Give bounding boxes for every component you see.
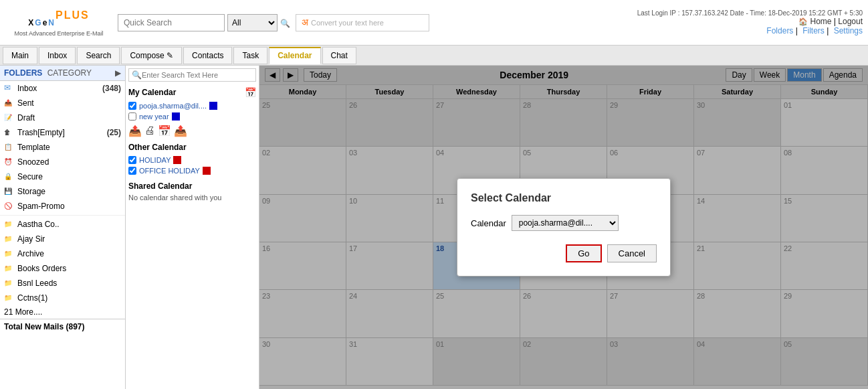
- top-right: Last Login IP : 157.37.163.242 Date - Ti…: [637, 9, 863, 35]
- my-calendar-title: My Calendar 📅: [128, 87, 256, 98]
- modal-overlay: Select Calendar Calendar pooja.sharma@di…: [259, 66, 868, 389]
- cal-action-export[interactable]: 📤: [174, 125, 187, 137]
- sidebar-item-sent[interactable]: Sent: [0, 96, 125, 110]
- sidebar-label-spam: Spam-Promo: [17, 202, 121, 211]
- other-calendar-title: Other Calendar: [128, 143, 256, 152]
- tabs-bar: Main Inbox Search Compose ✎ Contacts Tas…: [0, 46, 868, 66]
- sidebar-item-archive[interactable]: Archive: [0, 246, 125, 261]
- calendar-search-box[interactable]: 🔍: [128, 68, 256, 82]
- logout-link[interactable]: Logout: [838, 17, 863, 26]
- tab-inbox[interactable]: Inbox: [39, 47, 76, 64]
- search-input[interactable]: [118, 14, 225, 31]
- folder-icon-ajay: [4, 234, 15, 244]
- top-right-links: 🏠 Home | Logout: [637, 17, 863, 26]
- secure-icon: [4, 171, 15, 182]
- sidebar-category-label: CATEGORY: [47, 68, 92, 78]
- sidebar-item-snoozed[interactable]: Snoozed: [0, 155, 125, 169]
- sidebar-item-books[interactable]: Books Orders: [0, 261, 125, 276]
- snooze-icon: [4, 157, 15, 167]
- translate-area[interactable]: Convert your text here: [296, 14, 429, 31]
- sidebar-item-inbox[interactable]: Inbox (348): [0, 81, 125, 96]
- trash-icon: [4, 127, 15, 138]
- sidebar-item-secure[interactable]: Secure: [0, 169, 125, 184]
- storage-icon: [4, 186, 15, 197]
- tab-search[interactable]: Search: [77, 47, 120, 64]
- calendar-actions: 📤 🖨 📅 📤: [128, 122, 256, 140]
- cal-color-office-holiday: [203, 167, 211, 175]
- modal-calendar-label: Calendar: [471, 218, 506, 228]
- cal-action-add[interactable]: 📅: [158, 125, 171, 137]
- sidebar-folders-label: FOLDERS: [4, 68, 42, 78]
- sidebar-item-trash[interactable]: Trash[Empty] (25): [0, 125, 125, 140]
- cal-color-pooja: [209, 102, 217, 110]
- sidebar-item-bsnl[interactable]: Bsnl Leeds: [0, 276, 125, 291]
- cal-link-newyear[interactable]: new year: [139, 112, 169, 121]
- sidebar-total-new: Total New Mails (897): [0, 319, 125, 334]
- folder-icon-bsnl: [4, 278, 15, 289]
- no-shared-calendar: No calendar shared with you: [128, 193, 256, 202]
- tab-task[interactable]: Task: [233, 47, 267, 64]
- home-link[interactable]: Home: [810, 17, 831, 26]
- cal-action-print[interactable]: 🖨: [144, 125, 155, 137]
- sidebar-item-template[interactable]: Template: [0, 140, 125, 155]
- cal-checkbox-pooja[interactable]: [128, 102, 136, 110]
- sidebar-label-sent: Sent: [17, 98, 121, 108]
- tab-contacts[interactable]: Contacts: [183, 47, 232, 64]
- sidebar-item-spam[interactable]: Spam-Promo: [0, 199, 125, 214]
- cal-entry-newyear: new year: [128, 111, 256, 122]
- tab-main[interactable]: Main: [3, 47, 37, 64]
- search-button[interactable]: [280, 17, 290, 29]
- cal-link-office-holiday[interactable]: OFFICE HOLIDAY: [139, 167, 200, 175]
- cal-action-share[interactable]: 📤: [128, 125, 142, 137]
- filters-link[interactable]: Filters: [802, 26, 825, 35]
- sidebar-label-template: Template: [17, 143, 121, 152]
- calendar-left-panel: 🔍 My Calendar 📅 pooja.sharma@dil.... new…: [126, 66, 259, 389]
- tab-chat[interactable]: Chat: [322, 47, 356, 64]
- sidebar-item-cctns[interactable]: Cctns(1): [0, 291, 125, 305]
- tab-compose[interactable]: Compose ✎: [121, 47, 182, 64]
- sidebar-item-ajay[interactable]: Ajay Sir: [0, 232, 125, 246]
- cal-entry-holiday: HOLIDAY: [128, 155, 256, 165]
- calendar-add-icon[interactable]: 📅: [245, 87, 256, 98]
- sidebar-label-cctns: Cctns(1): [17, 293, 121, 303]
- sidebar-item-storage[interactable]: Storage: [0, 184, 125, 199]
- folder-icon-aastha: [4, 219, 15, 230]
- logo-area: XGeNPLUS Most Advanced Enterprise E-Mail: [5, 9, 112, 37]
- draft-icon: [4, 112, 15, 123]
- sidebar-header: FOLDERS CATEGORY ▶: [0, 66, 125, 81]
- cal-link-holiday[interactable]: HOLIDAY: [139, 156, 171, 164]
- my-calendar-label: My Calendar: [128, 88, 176, 97]
- sidebar-label-books: Books Orders: [17, 264, 121, 273]
- cal-checkbox-holiday[interactable]: [128, 156, 136, 164]
- cal-checkbox-newyear[interactable]: [128, 112, 136, 121]
- folder-icon-books: [4, 263, 15, 274]
- sidebar-divider: [0, 215, 125, 216]
- sidebar-more-label: 21 More....: [4, 307, 121, 317]
- sidebar-label-snoozed: Snoozed: [17, 157, 121, 167]
- sidebar-label-storage: Storage: [17, 187, 121, 196]
- sidebar-toggle[interactable]: ▶: [115, 68, 121, 78]
- settings-link[interactable]: Settings: [834, 26, 863, 35]
- logo-subtitle: Most Advanced Enterprise E-Mail: [14, 30, 103, 37]
- go-button[interactable]: Go: [566, 244, 601, 262]
- sidebar-item-aastha[interactable]: Aastha Co..: [0, 217, 125, 232]
- search-icon: [280, 19, 290, 28]
- folder-icon-archive: [4, 248, 15, 259]
- modal-calendar-select[interactable]: pooja.sharma@dil....: [512, 215, 619, 231]
- calendar-main: ◀ ▶ Today December 2019 Day Week Month A…: [259, 66, 868, 389]
- cal-link-pooja[interactable]: pooja.sharma@dil....: [139, 102, 207, 110]
- folders-link[interactable]: Folders: [766, 26, 793, 35]
- sidebar-item-more[interactable]: 21 More....: [0, 305, 125, 319]
- template-icon: [4, 142, 15, 153]
- tab-calendar[interactable]: Calendar: [269, 47, 320, 64]
- sidebar-item-draft[interactable]: Draft: [0, 110, 125, 125]
- select-calendar-modal: Select Calendar Calendar pooja.sharma@di…: [457, 178, 671, 277]
- sidebar-label-inbox: Inbox: [17, 84, 100, 93]
- logo: XGeNPLUS: [28, 9, 89, 30]
- cancel-button[interactable]: Cancel: [607, 244, 657, 262]
- logo-g: G: [35, 18, 42, 27]
- search-area: All Mail Contacts Calendar: [118, 14, 290, 31]
- search-category-dropdown[interactable]: All Mail Contacts Calendar: [227, 14, 278, 31]
- cal-checkbox-office-holiday[interactable]: [128, 167, 136, 175]
- calendar-search-input[interactable]: [142, 71, 253, 79]
